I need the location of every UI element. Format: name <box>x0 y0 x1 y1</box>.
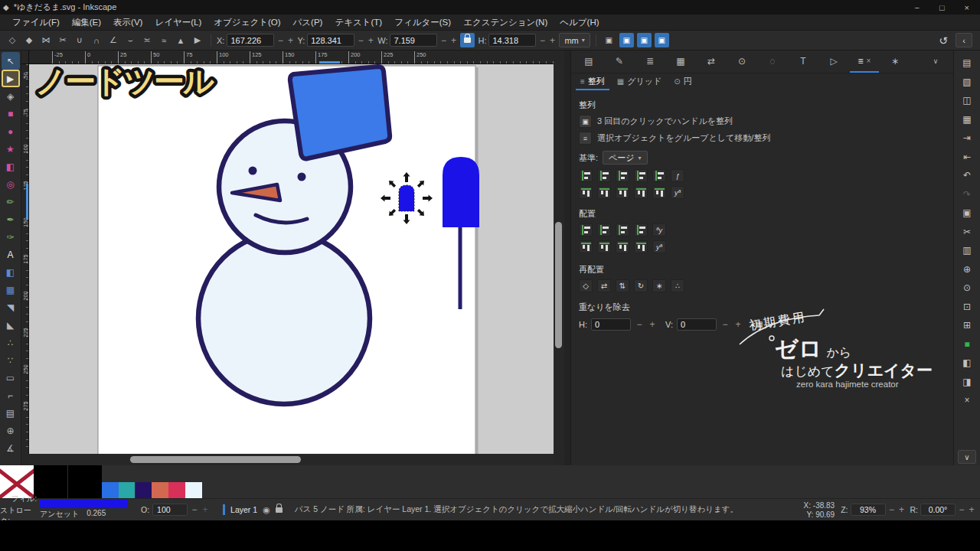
align-top-button[interactable] <box>597 186 611 199</box>
y-input[interactable]: 128.341 <box>307 34 354 47</box>
y-decrement-button[interactable]: − <box>357 35 364 46</box>
align-right-edge-button[interactable] <box>652 169 666 182</box>
swatch-salmon[interactable] <box>152 482 168 498</box>
star-tool[interactable]: ★ <box>2 140 20 158</box>
dialog-tab-find-replace[interactable]: ∗ <box>880 51 910 73</box>
group-button[interactable]: ◧ <box>959 355 975 370</box>
width-input[interactable]: 7.159 <box>390 34 437 47</box>
dialog-tab-objects[interactable]: ▦ <box>666 51 695 73</box>
exchange-selection-order-button[interactable]: ⇄ <box>597 279 611 292</box>
opacity-increment-button[interactable]: + <box>201 504 209 515</box>
rotation-input[interactable]: 0.00° <box>920 504 956 516</box>
menu-item[interactable]: テキスト(T) <box>328 15 388 30</box>
h-gap-input[interactable]: 0 <box>591 318 631 331</box>
stroke-width-value[interactable]: 0.265 <box>87 509 106 520</box>
swatch-pale-blue[interactable] <box>185 482 202 498</box>
scrollbar-thumb[interactable] <box>130 456 301 463</box>
y-increment-button[interactable]: + <box>367 35 374 46</box>
canvas[interactable] <box>29 64 554 454</box>
redo-button[interactable]: ↷ <box>959 187 975 202</box>
import-button[interactable]: ⇥ <box>959 130 975 145</box>
distribute-text-horizontal-button[interactable]: ªy <box>652 223 666 236</box>
text-tool[interactable]: A <box>2 246 20 263</box>
v-gap-increment-button[interactable]: + <box>733 319 743 330</box>
distribute-left-edges-button[interactable] <box>579 223 593 236</box>
scrollbar-thumb[interactable] <box>555 222 562 348</box>
dialog-tab-text[interactable]: T <box>789 51 818 73</box>
width-decrement-button[interactable]: − <box>439 35 447 46</box>
align-bottom-edge-button[interactable] <box>652 186 666 199</box>
box3d-tool[interactable]: ◧ <box>2 158 20 175</box>
on-canvas-alignment-toggle[interactable]: ▣ <box>579 115 592 128</box>
zoom-increment-button[interactable]: + <box>898 504 906 515</box>
rotate-clockwise-button[interactable]: ↻ <box>634 279 648 292</box>
snowman-body[interactable] <box>198 233 370 404</box>
selector-tool[interactable]: ↖ <box>2 52 20 70</box>
vertical-ruler[interactable]: 5075100125150175200225250275 <box>21 64 29 454</box>
layer-lock-icon[interactable] <box>276 505 283 514</box>
dialog-tab-document-properties[interactable]: ▤ <box>574 51 603 73</box>
mesh-gradient-tool[interactable]: ▦ <box>2 281 20 298</box>
distribute-centers-horizontal-button[interactable] <box>597 223 611 236</box>
dialog-tab-align-distribute[interactable]: ≡ × <box>850 51 879 73</box>
dialog-tab-transform[interactable]: ⇄ <box>697 51 726 73</box>
distribute-bottom-edges-button[interactable] <box>616 240 629 253</box>
x-input[interactable]: 167.226 <box>227 34 274 47</box>
calligraphy-tool[interactable]: ✑ <box>2 228 20 246</box>
snowman-eye-left[interactable] <box>249 167 257 175</box>
undo-button[interactable]: ↶ <box>959 168 975 183</box>
horizontal-scrollbar[interactable] <box>29 454 554 465</box>
symmetric-node-button[interactable]: ≍ <box>139 33 155 48</box>
h-gap-increment-button[interactable]: + <box>648 319 657 330</box>
zoom-tool[interactable]: ⊕ <box>2 422 20 439</box>
rotation-increment-button[interactable]: + <box>968 504 975 515</box>
horizontal-ruler[interactable]: -250255075100125150175200225250 <box>29 51 554 64</box>
connector-tool[interactable]: ⌐ <box>2 386 20 404</box>
minimize-button[interactable]: − <box>914 3 919 12</box>
dialog-tab-xml-editor[interactable]: ▷ <box>819 51 848 73</box>
popsicle[interactable] <box>443 157 479 227</box>
paint-bucket-tool[interactable]: ◣ <box>2 316 20 334</box>
snowman-hat[interactable] <box>290 67 390 158</box>
export-button[interactable]: ⇤ <box>959 149 975 165</box>
object-to-path-button[interactable]: ▲ <box>173 33 188 48</box>
zoom-decrement-button[interactable]: − <box>888 504 896 515</box>
height-increment-button[interactable]: + <box>548 35 556 46</box>
spray-tool[interactable]: ∵ <box>2 351 20 369</box>
align-bottom-button[interactable] <box>634 186 648 199</box>
paste-button[interactable]: ▥ <box>959 243 975 258</box>
unit-select[interactable]: mm ▾ <box>559 33 590 47</box>
menu-item[interactable]: ヘルプ(H) <box>554 15 605 30</box>
align-text-vertical-button[interactable]: yª <box>671 186 684 199</box>
swatch-teal[interactable] <box>119 482 136 498</box>
maximize-button[interactable]: □ <box>939 3 945 12</box>
v-gap-input[interactable]: 0 <box>677 318 717 331</box>
vertical-scrollbar[interactable] <box>554 64 564 454</box>
swatch-blue[interactable] <box>102 482 119 498</box>
graph-layout-button[interactable]: ◇ <box>579 279 593 292</box>
height-input[interactable]: 14.318 <box>488 34 536 47</box>
layer-visibility-icon[interactable]: ◉ <box>263 505 270 515</box>
distribute-text-vertical-button[interactable]: yª <box>652 240 666 253</box>
copy-button[interactable]: ▣ <box>959 205 975 220</box>
lock-ratio-toggle[interactable] <box>460 33 475 47</box>
close-icon[interactable]: × <box>867 57 871 65</box>
distribute-right-edges-button[interactable] <box>616 223 629 236</box>
distribute-gaps-horizontal-button[interactable] <box>634 223 648 236</box>
menu-item[interactable]: レイヤー(L) <box>149 15 207 30</box>
pen-tool[interactable]: ✒ <box>2 210 20 228</box>
align-left-button[interactable] <box>597 169 611 182</box>
align-left-edge-button[interactable] <box>579 169 593 182</box>
opacity-decrement-button[interactable]: − <box>191 504 198 515</box>
eraser-tool[interactable]: ▭ <box>2 369 20 386</box>
exchange-stacking-order-button[interactable]: ⇅ <box>616 279 629 292</box>
dialog-tab-overflow-button[interactable]: ∨ <box>921 51 950 73</box>
new-document-button[interactable]: ▤ <box>959 55 975 70</box>
fill-stroke-dialog-button[interactable]: ■ <box>959 337 975 352</box>
swatch-black-2[interactable] <box>68 465 102 498</box>
stroke-to-path-button[interactable]: ▶ <box>190 33 205 48</box>
unclump-button[interactable]: ∴ <box>671 279 684 292</box>
cut-button[interactable]: ✂ <box>959 224 975 240</box>
move-as-group-toggle[interactable]: ≡ <box>579 132 592 145</box>
join-segment-button[interactable]: ∪ <box>72 33 87 48</box>
